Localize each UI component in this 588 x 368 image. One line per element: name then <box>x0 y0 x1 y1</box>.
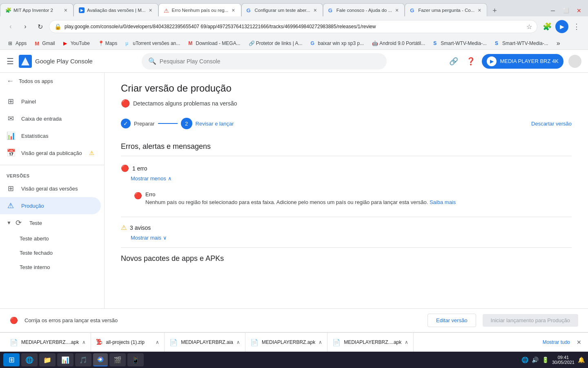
bookmark-winxp[interactable]: G baixar win xp sp3 p... <box>307 40 367 47</box>
back-button[interactable]: ‹ <box>5 21 16 32</box>
visao-pub-warning-icon: ⚠ <box>89 150 94 156</box>
lock-icon: 🔒 <box>54 23 61 30</box>
dl-icon-1: 🗜 <box>96 339 102 346</box>
taskbar-folder[interactable]: 📁 <box>39 353 56 366</box>
bookmark-android[interactable]: 🤖 Android 9.0 Portátil... <box>369 40 428 47</box>
sidebar-item-visao-versoes[interactable]: ⊞ Visão geral das versões <box>0 180 101 197</box>
tab-5-title: Fale conosco - Ajuda do ... <box>336 8 392 13</box>
bookmark-mega[interactable]: M Download - MEGA... <box>185 40 243 47</box>
dl-filename-2: MEDIAPLAYERBRZ.aia <box>181 339 233 345</box>
close-button[interactable]: ✕ <box>573 5 585 16</box>
bookmark-smartwtv2[interactable]: S Smart-WTV-Media-... <box>492 40 552 47</box>
taskbar-notification-icon[interactable]: 🔔 <box>578 357 585 363</box>
taskbar-clock[interactable]: 09:41 30/05/2021 <box>552 355 575 365</box>
sidebar-item-teste[interactable]: ▼ ⟳ Teste <box>0 214 101 231</box>
back-label: Todos os apps <box>19 78 53 84</box>
bookmark-gmail[interactable]: M Gmail <box>31 40 58 47</box>
gpc-logo-text: Google Play Console <box>35 58 93 65</box>
dl-chevron-2[interactable]: ∧ <box>236 339 240 345</box>
sidebar-item-teste-fechado[interactable]: Teste fechado <box>0 246 101 260</box>
app-header-left: ☰ Google Play Console <box>7 55 111 68</box>
taskbar-android[interactable]: 📱 <box>127 353 144 366</box>
bookmark-protetor[interactable]: 🔗 Protetor de links | A... <box>245 40 306 47</box>
show-less-toggle[interactable]: Mostrar menos ∧ <box>131 175 572 182</box>
hamburger-button[interactable]: ☰ <box>7 56 14 66</box>
tab-5-close[interactable]: × <box>394 6 399 14</box>
warning-banner: 🔴 Detectamos alguns problemas na versão <box>121 99 572 108</box>
bookmark-smartwtv1[interactable]: S Smart-WTV-Media-... <box>430 40 490 47</box>
search-box[interactable]: 🔍 <box>142 53 387 70</box>
tab-2-close[interactable]: × <box>148 6 153 14</box>
dl-chevron-4[interactable]: ∧ <box>405 339 408 345</box>
edit-version-button[interactable]: Editar versão <box>428 314 476 327</box>
tab-2[interactable]: ▶ Avaliação das versões | M... × <box>74 3 158 16</box>
back-to-apps[interactable]: ← Todos os apps <box>0 73 104 90</box>
bookmark-utorrent[interactable]: μ uTorrent versões an... <box>122 40 183 47</box>
sidebar-item-visao-pub[interactable]: 📅 Visão geral da publicação ⚠ <box>0 144 101 162</box>
tab-4-close[interactable]: × <box>313 6 318 14</box>
bookmark-icon[interactable]: ☆ <box>526 23 532 31</box>
help-icon[interactable]: ❓ <box>465 55 477 67</box>
bookmark-mega-label: Download - MEGA... <box>196 40 240 46</box>
taskbar-chrome[interactable] <box>93 353 108 366</box>
download-item-3: 📄 MEDIAPLAYERBRZ.apk ∧ <box>245 333 327 352</box>
taskbar-music[interactable]: 🎵 <box>75 353 91 366</box>
tab-5[interactable]: G Fale conosco - Ajuda do ... × <box>323 3 405 16</box>
sidebar-item-teste-interno[interactable]: Teste interno <box>0 260 101 274</box>
tab-1-close[interactable]: × <box>63 6 68 14</box>
show-more-toggle[interactable]: Mostrar mais ∨ <box>131 235 572 241</box>
show-all-button[interactable]: Mostrar tudo <box>538 337 575 348</box>
step-preparar-circle: ✓ <box>121 119 131 128</box>
bottom-bar: 🔴 Corrija os erros para lançar esta vers… <box>0 308 588 332</box>
sidebar-item-painel[interactable]: ⊞ Painel <box>0 93 101 110</box>
forward-button[interactable]: › <box>20 21 31 32</box>
sidebar-item-caixa[interactable]: ✉ Caixa de entrada <box>0 110 101 127</box>
taskbar-studio[interactable]: 🎬 <box>109 353 126 366</box>
tab-1[interactable]: 🧩 MIT App Inventor 2 × <box>0 3 74 16</box>
extensions-button[interactable]: 🧩 <box>541 20 554 33</box>
taskbar-battery-icon[interactable]: 🔋 <box>542 357 549 363</box>
search-input[interactable] <box>160 58 380 65</box>
profile-button[interactable]: ▶ <box>555 20 568 33</box>
sidebar-item-estatisticas[interactable]: 📊 Estatísticas <box>0 127 101 144</box>
page-title: Criar versão de produção <box>121 83 572 94</box>
maximize-button[interactable]: ⬜ <box>560 5 572 16</box>
bookmark-apps[interactable]: ⊞ Apps <box>5 40 30 47</box>
dl-chevron-3[interactable]: ∧ <box>318 339 322 345</box>
taskbar-network-icon[interactable]: 🌐 <box>521 357 528 363</box>
saiba-mais-link[interactable]: Saiba mais <box>430 199 456 205</box>
taskbar-ie[interactable]: 🌐 <box>21 353 38 366</box>
minimize-button[interactable]: ─ <box>547 5 559 16</box>
launch-button[interactable]: Iniciar lançamento para Produção <box>483 314 578 327</box>
taskbar-excel[interactable]: 📊 <box>57 353 74 366</box>
estatisticas-label: Estatísticas <box>21 133 48 139</box>
download-bar-close[interactable]: ✕ <box>575 337 583 347</box>
tab-3[interactable]: ⚠ Erro Nenhum país ou reg... × <box>158 3 241 16</box>
packages-title: Novos pacotes de apps e APKs <box>121 254 572 263</box>
address-bar[interactable]: 🔒 play.google.com/console/u/0/developers… <box>49 20 537 33</box>
step-revisar-circle: 2 <box>181 118 192 129</box>
dl-chevron-0[interactable]: ∧ <box>82 339 86 345</box>
user-avatar[interactable] <box>568 55 581 68</box>
tab-6[interactable]: G Fazer uma pergunta - Co... × <box>405 3 487 16</box>
teste-fechado-label: Teste fechado <box>20 250 53 256</box>
discard-link[interactable]: Descartar versão <box>531 121 572 127</box>
reload-button[interactable]: ↻ <box>34 21 46 32</box>
bookmark-maps[interactable]: 📍 Maps <box>95 40 120 47</box>
tab-6-title: Fazer uma pergunta - Co... <box>418 8 474 13</box>
tab-3-close[interactable]: × <box>231 6 236 14</box>
new-tab-button[interactable]: + <box>489 5 500 16</box>
start-button[interactable]: ⊞ <box>3 353 20 366</box>
sidebar-item-producao[interactable]: ⚠ Produção <box>0 197 101 214</box>
bookmark-youtube[interactable]: ▶ YouTube <box>60 40 93 47</box>
app-badge[interactable]: ▶ MEDIA PLAYER BRZ 4K <box>482 54 564 69</box>
bookmark-more[interactable]: » <box>553 39 564 48</box>
sidebar-item-teste-aberto[interactable]: Teste aberto <box>0 231 101 246</box>
taskbar-volume-icon[interactable]: 🔊 <box>532 357 539 363</box>
tab-4[interactable]: G Configurar um teste aber... × <box>241 3 323 16</box>
tab-5-icon: G <box>328 7 334 13</box>
menu-button[interactable]: ⋮ <box>570 20 583 33</box>
tab-6-close[interactable]: × <box>477 6 482 14</box>
dl-chevron-1[interactable]: ∧ <box>156 339 159 345</box>
link-icon[interactable]: 🔗 <box>448 55 460 67</box>
